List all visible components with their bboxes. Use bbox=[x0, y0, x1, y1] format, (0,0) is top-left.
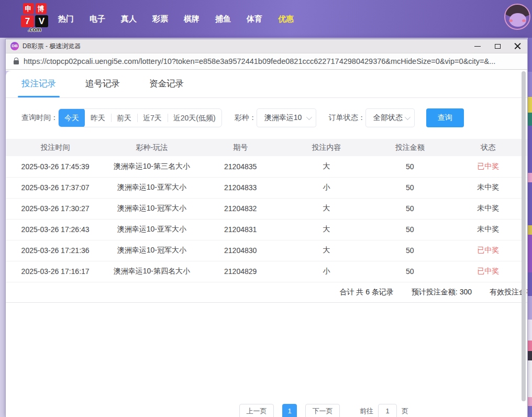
cell-time: 2025-03-26 17:21:36 bbox=[6, 240, 105, 261]
records-card: 投注记录 追号记录 资金记录 查询时间： 今天昨天前天近7天近20天(低频) 彩… bbox=[6, 71, 527, 417]
tab-chase-records[interactable]: 追号记录 bbox=[85, 78, 120, 97]
close-button[interactable] bbox=[507, 39, 527, 53]
order-status-value: 全部状态 bbox=[373, 113, 403, 123]
cell-status: 已中奖 bbox=[449, 261, 527, 282]
window-controls bbox=[468, 39, 527, 53]
page-1-button[interactable]: 1 bbox=[282, 404, 297, 417]
vertical-scrollbar[interactable] bbox=[522, 71, 526, 401]
summary-row: 合计 共 6 条记录 预计投注金额: 300 有效投注金额 bbox=[6, 282, 527, 303]
logo-suffix: .com bbox=[28, 26, 41, 32]
time-option-1[interactable]: 今天 bbox=[59, 108, 85, 127]
url-bar[interactable]: https://ctopcp02pcali.uengi5e.com/lotter… bbox=[6, 53, 527, 70]
nav-item-4[interactable]: 彩票 bbox=[145, 14, 176, 24]
logo-badges: 申 博 bbox=[23, 3, 47, 14]
lock-icon bbox=[14, 60, 19, 64]
site-logo[interactable]: 申 博 7 V .com bbox=[19, 3, 50, 32]
order-status-select[interactable]: 全部状态 bbox=[365, 108, 415, 127]
time-option-2[interactable]: 昨天 bbox=[85, 108, 111, 127]
avatar-bun-right bbox=[523, 6, 530, 13]
browser-app-icon: DB bbox=[10, 42, 19, 50]
next-page-button[interactable]: 下一页 bbox=[305, 404, 340, 417]
nav-item-3[interactable]: 真人 bbox=[113, 14, 145, 24]
goto-label: 前往 bbox=[360, 407, 373, 416]
cell-content: 大 bbox=[282, 156, 371, 177]
time-option-5[interactable]: 近20天(低频) bbox=[168, 108, 221, 127]
order-status-label: 订单状态： bbox=[329, 113, 365, 123]
cell-status: 已中奖 bbox=[449, 240, 527, 261]
cell-amount: 50 bbox=[371, 177, 449, 198]
cell-issue: 21204832 bbox=[199, 198, 282, 219]
url-text: https://ctopcp02pcali.uengi5e.com/lotter… bbox=[24, 57, 495, 65]
lobby-navbar: 申 博 7 V .com 热门电子真人彩票棋牌捕鱼体育优惠 bbox=[0, 0, 532, 38]
logo-7: 7 bbox=[21, 15, 34, 27]
col-header-1: 投注时间 bbox=[6, 139, 105, 156]
page-area: 投注记录 追号记录 资金记录 查询时间： 今天昨天前天近7天近20天(低频) 彩… bbox=[6, 71, 527, 417]
close-icon bbox=[514, 43, 521, 50]
cell-time: 2025-03-26 17:26:43 bbox=[6, 219, 105, 240]
cell-issue: 21204835 bbox=[199, 156, 282, 177]
avatar-blush-left bbox=[509, 19, 513, 22]
cell-time: 2025-03-26 17:37:07 bbox=[6, 177, 105, 198]
nav-item-5[interactable]: 棋牌 bbox=[176, 14, 207, 24]
filter-row: 查询时间： 今天昨天前天近7天近20天(低频) 彩种： 澳洲幸运10 订单状态：… bbox=[21, 108, 527, 127]
nav-item-1[interactable]: 热门 bbox=[50, 14, 82, 24]
cell-status: 未中奖 bbox=[449, 219, 527, 240]
records-tbody: 2025-03-26 17:45:39澳洲幸运10-第三名大小21204835大… bbox=[6, 156, 527, 282]
cell-amount: 50 bbox=[371, 198, 449, 219]
nav-item-7[interactable]: 体育 bbox=[239, 14, 270, 24]
maximize-button[interactable] bbox=[487, 39, 507, 53]
cell-game: 澳洲幸运10-第三名大小 bbox=[105, 156, 198, 177]
records-table: 投注时间彩种-玩法期号投注内容投注金额状态 2025-03-26 17:45:3… bbox=[6, 139, 527, 282]
table-row: 2025-03-26 17:37:07澳洲幸运10-亚军大小21204833小5… bbox=[6, 177, 527, 198]
nav-item-2[interactable]: 电子 bbox=[82, 14, 113, 24]
table-row: 2025-03-26 17:26:43澳洲幸运10-亚军大小21204831大5… bbox=[6, 219, 527, 240]
minimize-button[interactable] bbox=[468, 39, 487, 53]
page-unit-label: 页 bbox=[402, 407, 408, 416]
summary-expected-amount: 预计投注金额: 300 bbox=[412, 288, 472, 297]
tab-bet-records[interactable]: 投注记录 bbox=[21, 78, 56, 97]
col-header-4: 投注内容 bbox=[282, 139, 371, 156]
user-avatar[interactable] bbox=[504, 4, 530, 30]
browser-window: DB DB彩票 - 极速浏览器 https://ctopcp02pcali.ue… bbox=[5, 39, 528, 417]
maximize-icon bbox=[495, 44, 501, 49]
cell-amount: 50 bbox=[371, 219, 449, 240]
cell-status: 已中奖 bbox=[449, 156, 527, 177]
search-button[interactable]: 查询 bbox=[426, 108, 464, 127]
background-page-strip bbox=[528, 38, 532, 417]
table-row: 2025-03-26 17:30:27澳洲幸运10-冠军大小21204832大5… bbox=[6, 198, 527, 219]
cell-time: 2025-03-26 17:16:17 bbox=[6, 261, 105, 282]
col-header-6: 状态 bbox=[449, 139, 527, 156]
logo-7v: 7 V bbox=[21, 15, 48, 27]
time-range-group: 今天昨天前天近7天近20天(低频) bbox=[58, 108, 222, 127]
cell-time: 2025-03-26 17:45:39 bbox=[6, 156, 105, 177]
pagination: 上一页 1 下一页 前往 1 页 bbox=[239, 404, 408, 417]
time-option-3[interactable]: 前天 bbox=[111, 108, 137, 127]
lottery-label: 彩种： bbox=[235, 113, 257, 123]
time-option-4[interactable]: 近7天 bbox=[137, 108, 168, 127]
col-header-3: 期号 bbox=[199, 139, 282, 156]
cell-game: 澳洲幸运10-冠军大小 bbox=[105, 240, 198, 261]
tab-fund-records[interactable]: 资金记录 bbox=[149, 78, 184, 97]
chevron-down-icon bbox=[306, 114, 312, 120]
cell-status: 未中奖 bbox=[449, 177, 527, 198]
nav-item-8[interactable]: 优惠 bbox=[270, 14, 302, 24]
goto-page-input[interactable]: 1 bbox=[378, 404, 397, 417]
cell-content: 大 bbox=[282, 198, 371, 219]
cell-status: 未中奖 bbox=[449, 198, 527, 219]
table-row: 2025-03-26 17:16:17澳洲幸运10-第四名大小21204829小… bbox=[6, 261, 527, 282]
cell-game: 澳洲幸运10-冠军大小 bbox=[105, 198, 198, 219]
prev-page-button[interactable]: 上一页 bbox=[239, 404, 274, 417]
table-row: 2025-03-26 17:45:39澳洲幸运10-第三名大小21204835大… bbox=[6, 156, 527, 177]
col-header-2: 彩种-玩法 bbox=[105, 139, 198, 156]
cell-issue: 21204829 bbox=[199, 261, 282, 282]
nav-menu: 热门电子真人彩票棋牌捕鱼体育优惠 bbox=[50, 0, 302, 38]
cell-amount: 50 bbox=[371, 240, 449, 261]
cell-game: 澳洲幸运10-亚军大小 bbox=[105, 177, 198, 198]
header-row: 投注时间彩种-玩法期号投注内容投注金额状态 bbox=[6, 139, 527, 156]
logo-v: V bbox=[35, 15, 48, 27]
lottery-select[interactable]: 澳洲幸运10 bbox=[257, 108, 316, 127]
nav-item-6[interactable]: 捕鱼 bbox=[207, 14, 239, 24]
cell-content: 小 bbox=[282, 177, 371, 198]
cell-issue: 21204833 bbox=[199, 177, 282, 198]
tabs-row: 投注记录 追号记录 资金记录 bbox=[6, 71, 527, 98]
